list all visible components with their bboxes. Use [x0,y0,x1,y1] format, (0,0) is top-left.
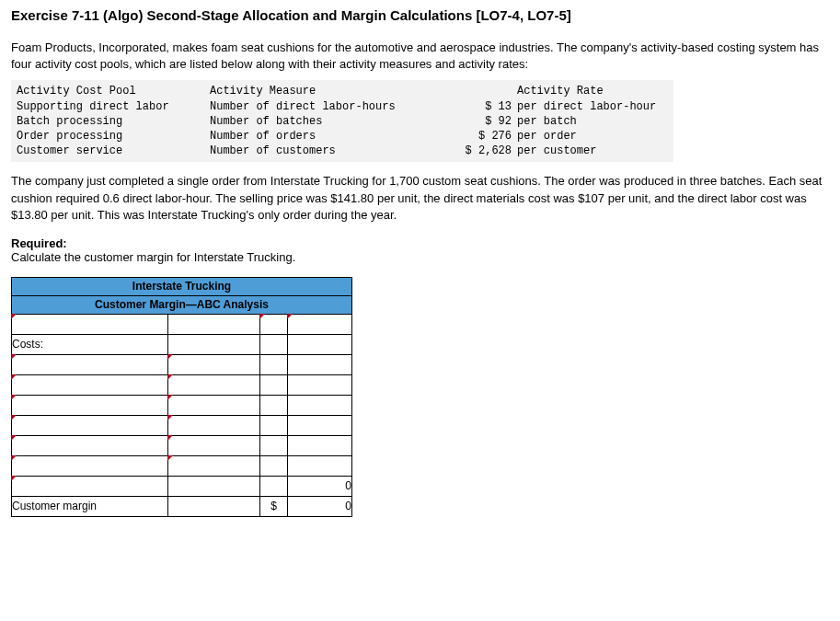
input-cell[interactable] [288,314,352,334]
activity-header-row: Activity Cost Pool Activity Measure Acti… [17,84,668,98]
input-cell[interactable] [168,395,260,415]
input-cell[interactable] [168,415,260,435]
rate-amount: $ 13 [449,99,512,114]
header-pool: Activity Cost Pool [17,84,210,98]
blank-cell [260,354,288,374]
blank-cell [260,435,288,455]
rate-unit: per direct labor-hour [512,99,656,114]
input-cell[interactable] [12,476,168,496]
header-rate [449,84,512,98]
activity-rate-box: Activity Cost Pool Activity Measure Acti… [11,80,673,162]
measure: Number of batches [210,114,449,129]
activity-row: Customer service Number of customers $ 2… [17,144,668,158]
blank-cell [168,314,260,334]
input-cell[interactable] [12,415,168,435]
customer-margin-value: 0 [288,496,352,516]
required-label: Required: [11,236,67,250]
blank-cell [288,374,352,395]
page-title: Exercise 7-11 (Algo) Second-Stage Alloca… [11,7,829,23]
input-cell[interactable] [168,435,260,455]
input-cell[interactable] [168,374,260,395]
rate-unit: per customer [512,144,596,158]
activity-row: Order processing Number of orders $ 276 … [17,129,668,144]
input-cell[interactable] [12,374,168,395]
blank-cell [288,415,352,435]
activity-row: Batch processing Number of batches $ 92 … [17,114,668,129]
input-cell[interactable] [168,354,260,374]
measure: Number of direct labor-hours [210,99,449,114]
blank-cell [288,435,352,455]
header-rate-label: Activity Rate [512,84,604,98]
rate-amount: $ 92 [449,114,512,129]
input-cell[interactable] [260,314,288,334]
answer-header-2: Customer Margin—ABC Analysis [12,295,352,314]
pool-name: Customer service [17,144,210,158]
intro-paragraph: Foam Products, Incorporated, makes foam … [11,40,829,73]
pool-name: Batch processing [17,114,210,129]
blank-cell [260,455,288,476]
costs-label: Costs: [12,334,168,354]
blank-cell [260,395,288,415]
input-cell[interactable] [168,455,260,476]
answer-table: Interstate Trucking Customer Margin—ABC … [11,277,352,517]
blank-cell [260,334,288,354]
input-cell[interactable] [12,354,168,374]
activity-row: Supporting direct labor Number of direct… [17,99,668,114]
blank-cell [260,415,288,435]
blank-cell [288,395,352,415]
blank-cell [288,334,352,354]
customer-margin-label: Customer margin [12,496,168,516]
input-cell[interactable] [12,314,168,334]
blank-cell [260,374,288,395]
rate-amount: $ 2,628 [449,144,512,158]
blank-cell [260,476,288,496]
rate-amount: $ 276 [449,129,512,144]
rate-unit: per order [512,129,577,144]
scenario-paragraph: The company just completed a single orde… [11,173,829,224]
blank-cell [288,455,352,476]
pool-name: Supporting direct labor [17,99,210,114]
blank-cell [168,334,260,354]
header-measure: Activity Measure [210,84,449,98]
blank-cell [168,496,260,516]
answer-header-1: Interstate Trucking [12,277,352,295]
currency-symbol: $ [260,496,288,516]
rate-unit: per batch [512,114,577,129]
input-cell[interactable] [12,395,168,415]
input-cell[interactable] [12,455,168,476]
blank-cell [288,354,352,374]
measure: Number of orders [210,129,449,144]
measure: Number of customers [210,144,449,158]
input-cell[interactable] [12,435,168,455]
blank-cell [168,476,260,496]
required-text: Calculate the customer margin for Inters… [11,250,295,264]
required-block: Required: Calculate the customer margin … [11,236,829,264]
pool-name: Order processing [17,129,210,144]
subtotal-cell: 0 [288,476,352,496]
